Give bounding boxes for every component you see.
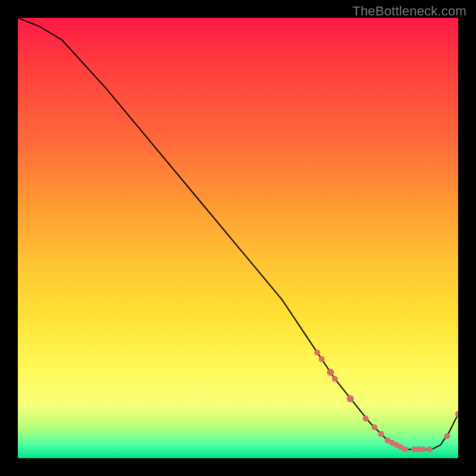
data-point-marker (402, 446, 408, 452)
data-point-marker (347, 395, 354, 402)
chart-frame: TheBottleneck.com (0, 0, 476, 476)
data-point-marker (455, 411, 458, 417)
data-point-marker (371, 424, 377, 430)
chart-svg (18, 18, 458, 458)
plot-area (18, 18, 458, 458)
data-point-marker (420, 446, 426, 452)
data-point-marker (332, 376, 338, 382)
watermark-text: TheBottleneck.com (352, 4, 466, 19)
data-point-marker (427, 446, 433, 452)
data-point-marker (363, 415, 369, 421)
bottleneck-curve (18, 18, 458, 449)
data-point-marker (314, 349, 320, 355)
data-point-marker (327, 369, 334, 376)
data-point-marker (319, 356, 325, 362)
data-point-marker (378, 431, 384, 437)
data-point-marker (444, 433, 450, 439)
